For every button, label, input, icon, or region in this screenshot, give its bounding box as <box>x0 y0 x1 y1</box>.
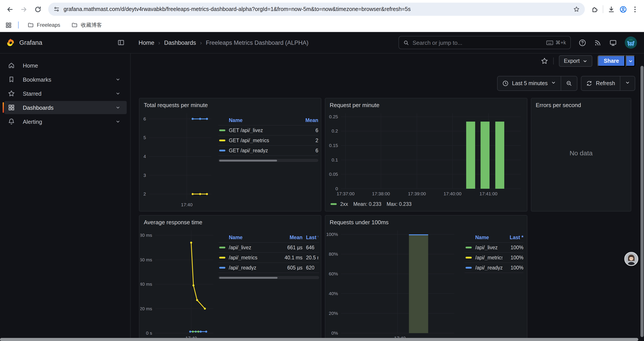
legend-row[interactable]: /api/_livez100% <box>465 242 524 252</box>
svg-text:20%: 20% <box>329 311 338 316</box>
sidebar-nav: Home Bookmarks Starred Dashboards Alerti <box>0 54 131 341</box>
svg-text:17:37:00: 17:37:00 <box>337 191 355 196</box>
extensions-icon[interactable] <box>591 6 598 13</box>
floating-avatar[interactable] <box>624 252 638 266</box>
sidebar-toggle-icon[interactable] <box>118 39 124 46</box>
url-bar[interactable]: grafana.mathmast.com/d/deytv4rwavabkb/fr… <box>48 3 585 16</box>
chevron-down-icon[interactable] <box>115 91 120 96</box>
profile-icon[interactable] <box>620 6 627 13</box>
user-avatar[interactable] <box>625 37 637 49</box>
download-icon[interactable] <box>608 6 615 13</box>
sidebar-item-alerting[interactable]: Alerting <box>0 115 127 128</box>
sidebar-item-dashboards[interactable]: Dashboards <box>4 101 127 114</box>
legend-row[interactable]: /api/_livez661 µs646 <box>218 242 319 252</box>
search-icon <box>403 40 409 46</box>
legend-scrollbar[interactable] <box>218 159 318 162</box>
svg-text:2: 2 <box>143 191 146 196</box>
average-response-time-chart[interactable]: 80 ms60 ms40 ms20 ms0 s17:40 <box>140 227 217 341</box>
chevron-down-icon[interactable] <box>115 119 120 124</box>
legend-header-name[interactable]: Name <box>465 235 502 240</box>
legend-scrollbar[interactable] <box>218 276 319 279</box>
forward-icon <box>20 6 28 13</box>
favorite-star-icon[interactable] <box>541 58 548 65</box>
grafana-app: Grafana Home › Dashboards › Freeleaps Me… <box>0 32 644 341</box>
legend-header-last[interactable]: Last * <box>502 235 524 240</box>
chevron-down-icon[interactable] <box>115 105 120 110</box>
svg-text:0.25: 0.25 <box>329 114 338 119</box>
refresh-group: Refresh <box>581 76 635 91</box>
home-icon <box>8 62 15 69</box>
series-swatch <box>219 247 225 248</box>
legend-row[interactable]: /api/_metrics40.1 ms20.5 m <box>218 252 319 262</box>
news-rss-icon[interactable] <box>594 39 602 46</box>
browser-toolbar: grafana.mathmast.com/d/deytv4rwavabkb/fr… <box>0 0 644 19</box>
panel-average-response-time: Average response time 80 ms60 ms40 ms20 … <box>139 215 321 341</box>
total-requests-chart[interactable]: 6543217:40 <box>140 110 215 208</box>
legend-row[interactable]: /api/_readyz605 µs620 <box>218 262 319 273</box>
chevron-down-icon <box>583 59 588 63</box>
kiosk-monitor-icon[interactable] <box>609 39 617 46</box>
legend-header-mean[interactable]: Mean <box>276 235 302 240</box>
svg-text:0 s: 0 s <box>146 330 152 335</box>
series-swatch <box>219 140 225 141</box>
legend-row[interactable]: /api/_readyz100% <box>465 262 524 273</box>
zoom-out-icon <box>566 80 572 87</box>
share-caret-button[interactable] <box>626 55 635 67</box>
breadcrumb-dashboards[interactable]: Dashboards <box>164 39 196 46</box>
legend-item-2xx[interactable]: 2xx <box>330 201 348 207</box>
legend-table: NameLast * /api/_livez100% /api/_metrics… <box>465 234 524 273</box>
scrollbar-thumb[interactable] <box>219 160 277 161</box>
zoom-out-button[interactable] <box>561 76 577 90</box>
vertical-scrollbar[interactable] <box>640 66 644 337</box>
help-icon[interactable] <box>579 39 586 46</box>
bookmark-item-blog[interactable]: 收藏博客 <box>69 20 104 30</box>
search-input[interactable]: Search or jump to... ⌘+k <box>398 36 571 49</box>
reload-button[interactable] <box>32 3 44 15</box>
share-button[interactable]: Share <box>598 55 625 67</box>
breadcrumb-current: Freeleaps Metrics Dashboard (ALPHA) <box>206 39 308 46</box>
sidebar-item-bookmarks[interactable]: Bookmarks <box>0 73 127 86</box>
legend-header-mean[interactable]: Mean <box>293 118 318 123</box>
legend-row[interactable]: /api/_metrics100% <box>465 252 524 262</box>
time-range-button[interactable]: Last 5 minutes <box>498 76 561 90</box>
sidebar-item-starred[interactable]: Starred <box>0 87 127 100</box>
no-data-message: No data <box>531 149 631 156</box>
breadcrumb-home[interactable]: Home <box>138 39 154 46</box>
sidebar-item-home[interactable]: Home <box>0 59 127 72</box>
site-info-icon[interactable] <box>54 6 60 12</box>
header-right: Search or jump to... ⌘+k <box>398 36 644 49</box>
requests-under-100ms-chart[interactable]: 100%80%60%40%20%0%17:40 <box>326 227 458 341</box>
apps-grid-icon[interactable] <box>5 22 12 28</box>
legend-mean: Mean: 0.233 <box>353 201 382 207</box>
svg-text:60%: 60% <box>329 271 338 276</box>
refresh-icon <box>586 80 592 87</box>
legend-header-last[interactable]: Last * <box>302 235 318 240</box>
legend-header-name[interactable]: Name <box>218 118 293 123</box>
bookmarks-bar: Freeleaps 收藏博客 <box>0 19 644 32</box>
refresh-caret-button[interactable] <box>620 76 635 90</box>
bookmark-star-icon[interactable] <box>574 6 580 12</box>
horizontal-scrollbar[interactable] <box>0 338 638 341</box>
svg-text:6: 6 <box>143 116 146 121</box>
legend-row[interactable]: GET /api/_readyz6 <box>218 145 318 156</box>
chevron-down-icon[interactable] <box>115 77 120 82</box>
share-split-button: Share <box>598 55 636 67</box>
svg-text:17:41:00: 17:41:00 <box>480 191 498 196</box>
svg-text:20 ms: 20 ms <box>140 306 152 311</box>
legend-row[interactable]: GET /api/_metrics2 <box>218 135 318 145</box>
export-button[interactable]: Export <box>559 55 592 67</box>
bookmark-item-freeleaps[interactable]: Freeleaps <box>25 21 63 30</box>
refresh-button[interactable]: Refresh <box>581 76 620 90</box>
screen: grafana.mathmast.com/d/deytv4rwavabkb/fr… <box>0 0 644 341</box>
breadcrumb: Home › Dashboards › Freeleaps Metrics Da… <box>131 39 308 46</box>
menu-kebab-icon[interactable] <box>631 6 639 13</box>
time-controls: Last 5 minutes Refresh <box>497 76 635 91</box>
legend-row[interactable]: GET /api/_livez6 <box>218 125 318 135</box>
request-per-minute-chart[interactable]: 0.250.20.150.10.05017:37:0017:38:0017:39… <box>328 110 524 197</box>
back-button[interactable] <box>4 3 16 15</box>
scrollbar-thumb[interactable] <box>219 277 278 278</box>
grafana-logo[interactable] <box>6 38 15 47</box>
forward-button[interactable] <box>18 3 30 15</box>
legend-header-name[interactable]: Name <box>218 235 276 240</box>
bell-icon <box>8 118 15 125</box>
